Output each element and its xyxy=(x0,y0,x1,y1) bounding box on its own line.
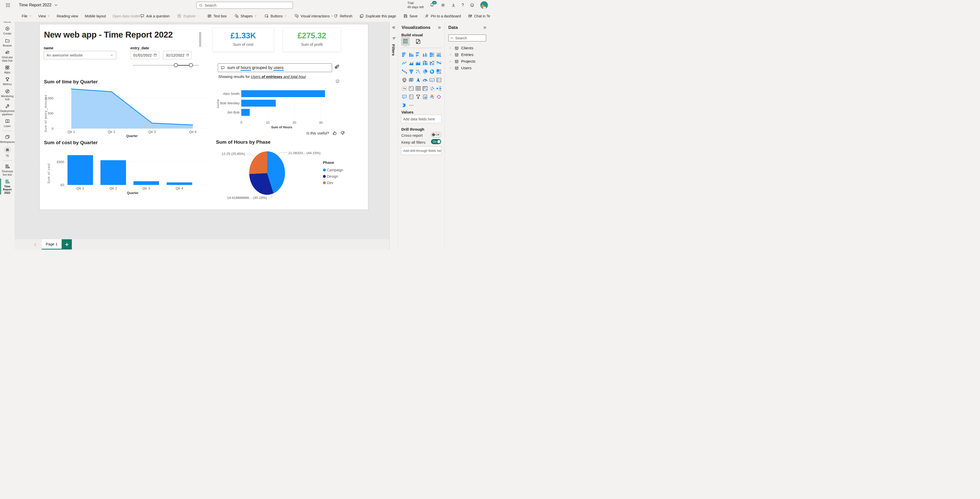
refresh-button[interactable]: Refresh xyxy=(334,14,352,18)
visual-type-pct-stacked-column-icon[interactable] xyxy=(436,51,442,58)
visual-type-card-icon[interactable]: 123 xyxy=(429,77,435,83)
notifications-button[interactable]: 19 xyxy=(430,3,435,8)
sidebar-item-deployment-pipelines[interactable]: Deployment pipelines xyxy=(0,102,14,117)
settings-button[interactable] xyxy=(441,3,445,7)
sidebar-item-time-report-2022[interactable]: Time Report 2022 xyxy=(0,177,14,195)
visual-type-more-icon[interactable] xyxy=(408,102,415,109)
visual-type-area-icon[interactable] xyxy=(408,60,415,67)
card-sum-of-cost[interactable]: £1.33K Sum of cost xyxy=(212,28,274,52)
sidebar-item-workspaces[interactable]: Workspaces xyxy=(0,133,14,145)
add-data-fields-well[interactable]: Add data fields here xyxy=(401,115,441,123)
app-launcher-icon[interactable] xyxy=(6,3,10,7)
view-menu-button[interactable]: View xyxy=(38,14,50,18)
thumbs-down-icon[interactable] xyxy=(340,130,345,135)
visual-type-line-stacked-column-icon[interactable] xyxy=(422,60,428,67)
visual-type-clustered-column-icon[interactable] xyxy=(422,51,428,58)
data-table-projects[interactable]: Projects xyxy=(445,58,490,65)
pie-chart-hours-by-phase[interactable]: 21.08333... (44.15%)14.416666666... (30.… xyxy=(216,146,364,207)
visual-type-funnel-icon[interactable] xyxy=(408,68,415,75)
add-drill-through-fields-well[interactable]: Add drill-through fields here xyxy=(401,146,441,155)
user-avatar[interactable] xyxy=(480,1,488,9)
build-visual-button[interactable] xyxy=(401,37,410,46)
visual-type-kpi-icon[interactable] xyxy=(401,85,408,92)
data-table-users[interactable]: Users xyxy=(445,65,490,72)
page-tab[interactable]: Page 1 xyxy=(42,239,62,249)
chevron-right-icon[interactable] xyxy=(449,53,452,56)
shapes-button[interactable]: Shapes xyxy=(234,14,257,18)
search-input[interactable] xyxy=(205,3,290,7)
sidebar-item-apps[interactable]: Apps xyxy=(0,64,14,75)
chevron-right-icon[interactable] xyxy=(449,60,452,63)
visual-type-decomposition-tree-icon[interactable] xyxy=(436,85,442,92)
chevron-right-icon[interactable] xyxy=(449,67,452,70)
visual-type-dot-plot-icon[interactable] xyxy=(429,85,435,92)
visual-type-goals-icon[interactable] xyxy=(415,94,422,100)
bar-chart-hours-by-user[interactable]: 0102030Alex SmithBob WestleyJim BobSum o… xyxy=(216,86,336,130)
visual-type-slicer-icon[interactable] xyxy=(408,85,415,92)
thumbs-up-icon[interactable] xyxy=(332,130,337,135)
visual-type-stacked-column-icon[interactable] xyxy=(408,51,415,58)
duplicate-this-page-button[interactable]: Duplicate this page xyxy=(360,14,396,18)
previous-page-arrow[interactable] xyxy=(33,242,38,247)
slider-handle-end[interactable] xyxy=(189,63,193,67)
qna-question-box[interactable]: sum of hours grouped by users xyxy=(218,64,332,72)
new-page-button[interactable] xyxy=(62,239,72,249)
slider-handle-start[interactable] xyxy=(174,63,178,67)
sidebar-item-onelake-data-hub[interactable]: OneLake data hub xyxy=(0,48,14,64)
data-table-clients[interactable]: Clients xyxy=(445,45,490,51)
data-search[interactable] xyxy=(448,35,486,41)
visual-type-scatter-icon[interactable] xyxy=(415,68,422,75)
visual-type-pie-icon[interactable] xyxy=(422,68,428,75)
textbox-scrollbar[interactable] xyxy=(199,32,201,47)
visual-type-treemap-icon[interactable] xyxy=(436,68,442,75)
date-from-input[interactable]: 01/01/2022 xyxy=(130,51,159,59)
app-title[interactable]: Time Report 2022 xyxy=(19,0,58,10)
visual-interactions-button[interactable]: Visual interactions xyxy=(294,14,334,18)
collapse-panel-icon[interactable] xyxy=(438,25,441,30)
sidebar-item-learn[interactable]: Learn xyxy=(0,117,14,129)
sidebar-item-te[interactable]: TE xyxy=(0,145,14,159)
sidebar-item-create[interactable]: Create xyxy=(0,25,14,36)
date-range-slider[interactable] xyxy=(133,63,199,68)
data-search-input[interactable] xyxy=(455,36,484,40)
visual-type-matrix-icon[interactable] xyxy=(422,85,428,92)
visual-type-pct-stacked-bar-icon[interactable] xyxy=(429,51,435,58)
column-chart-cost-by-quarter[interactable]: £0£500Qtr 1Qtr 2Qtr 3Qtr 4QuarterSum of … xyxy=(43,147,212,196)
visual-type-power-automate-icon[interactable] xyxy=(401,102,408,109)
visual-type-donut-icon[interactable] xyxy=(429,68,435,75)
keep-all-filters-toggle[interactable]: On xyxy=(431,139,441,144)
data-table-entries[interactable]: Entries xyxy=(445,51,490,58)
visual-type-qna-icon[interactable] xyxy=(401,94,408,100)
text-box-button[interactable]: Text box xyxy=(207,14,227,18)
visual-type-smart-narrative-icon[interactable] xyxy=(408,94,415,100)
feedback-button[interactable] xyxy=(470,3,474,7)
visual-type-line-clustered-column-icon[interactable] xyxy=(429,60,435,67)
info-icon[interactable] xyxy=(336,79,340,83)
visual-type-waterfall-icon[interactable] xyxy=(401,68,408,75)
visual-type-line-icon[interactable] xyxy=(401,60,408,67)
save-button[interactable]: Save xyxy=(403,14,418,18)
visual-type-gauge-icon[interactable] xyxy=(422,77,428,83)
buttons-button[interactable]: Buttons xyxy=(264,14,287,18)
collapse-panel-icon[interactable] xyxy=(483,25,487,30)
visual-type-azure-map-icon[interactable] xyxy=(415,77,422,83)
showing-results-phrase[interactable]: Users of entrieses and total hour xyxy=(251,75,306,79)
sidebar-item-browse[interactable]: Browse xyxy=(0,37,14,48)
area-chart-time-by-quarter[interactable]: 05001,000Qtr 1Qtr 2Qtr 3Qtr 4QuarterSum … xyxy=(43,86,212,138)
visual-type-stacked-bar-icon[interactable] xyxy=(401,51,408,58)
card-sum-of-profit[interactable]: £275.32 Sum of profit xyxy=(283,28,341,52)
chevron-right-icon[interactable] xyxy=(449,46,452,49)
visual-type-stacked-area-icon[interactable] xyxy=(415,60,422,67)
visual-type-filled-map-icon[interactable] xyxy=(408,77,415,83)
reading-view-button[interactable]: Reading view xyxy=(57,14,78,18)
visual-type-clustered-bar-icon[interactable] xyxy=(415,51,422,58)
calendar-icon[interactable] xyxy=(186,53,189,57)
global-search[interactable] xyxy=(196,2,293,9)
calendar-icon[interactable] xyxy=(153,53,157,57)
date-to-input[interactable]: 31/12/2022 xyxy=(163,51,191,59)
visual-type-power-apps-icon[interactable] xyxy=(436,94,442,100)
mobile-layout-button[interactable]: Mobile layout xyxy=(85,14,106,18)
visual-type-arcgis-map-icon[interactable] xyxy=(429,94,435,100)
name-slicer-dropdown[interactable]: An awesome website xyxy=(44,51,116,59)
format-visual-button[interactable] xyxy=(414,37,423,46)
